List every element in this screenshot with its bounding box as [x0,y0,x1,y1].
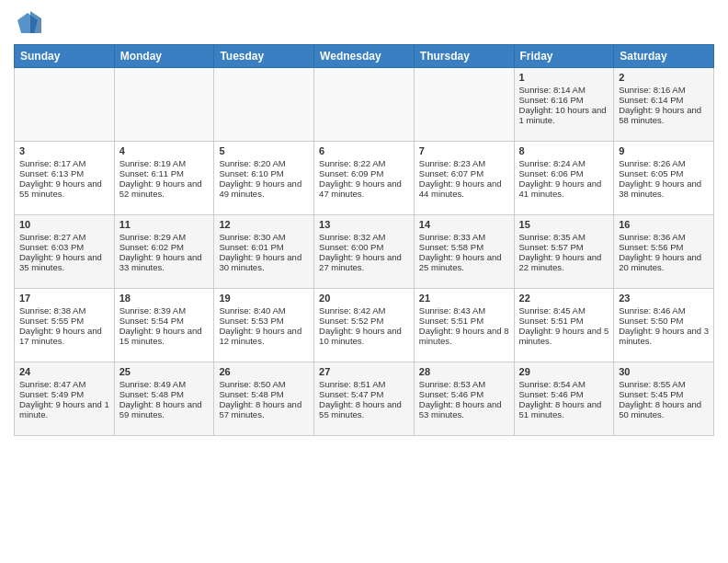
calendar-week-0: 1Sunrise: 8:14 AMSunset: 6:16 PMDaylight… [15,68,714,142]
day-info: Sunrise: 8:36 AM [619,232,709,242]
calendar-cell: 9Sunrise: 8:26 AMSunset: 6:05 PMDaylight… [614,142,714,215]
day-number: 20 [319,293,409,304]
day-info: Sunrise: 8:51 AM [319,379,409,389]
calendar-cell: 2Sunrise: 8:16 AMSunset: 6:14 PMDaylight… [614,68,714,142]
day-info: Sunset: 6:00 PM [319,242,409,252]
day-number: 24 [19,366,109,377]
day-number: 17 [19,293,109,304]
calendar-cell: 12Sunrise: 8:30 AMSunset: 6:01 PMDayligh… [214,215,314,289]
day-info: Sunset: 5:56 PM [619,242,709,252]
col-header-thursday: Thursday [414,45,514,68]
calendar-table: SundayMondayTuesdayWednesdayThursdayFrid… [14,44,714,436]
day-number: 30 [619,366,709,377]
day-info: Sunrise: 8:27 AM [19,232,109,242]
calendar-cell: 20Sunrise: 8:42 AMSunset: 5:52 PMDayligh… [314,289,415,362]
day-info: Daylight: 8 hours and 53 minutes. [419,399,509,419]
day-info: Sunrise: 8:26 AM [619,158,709,168]
day-info: Sunrise: 8:45 AM [519,305,609,316]
day-info: Sunrise: 8:17 AM [19,158,109,168]
day-info: Sunset: 5:48 PM [119,389,210,399]
day-number: 5 [219,145,309,156]
calendar-cell: 5Sunrise: 8:20 AMSunset: 6:10 PMDaylight… [214,142,314,215]
day-number: 19 [219,293,309,304]
calendar-cell: 15Sunrise: 8:35 AMSunset: 5:57 PMDayligh… [514,215,614,289]
day-info: Daylight: 8 hours and 55 minutes. [319,399,409,419]
day-info: Daylight: 8 hours and 51 minutes. [519,399,609,419]
day-info: Daylight: 8 hours and 50 minutes. [619,399,709,419]
day-info: Sunrise: 8:49 AM [119,379,210,389]
day-info: Daylight: 9 hours and 49 minutes. [219,178,309,199]
calendar-cell [114,68,214,142]
day-info: Sunrise: 8:53 AM [419,379,509,389]
day-number: 4 [119,145,210,156]
calendar-cell: 21Sunrise: 8:43 AMSunset: 5:51 PMDayligh… [414,289,514,362]
day-info: Sunset: 5:51 PM [519,316,609,326]
day-info: Sunset: 6:02 PM [119,242,210,252]
day-info: Daylight: 9 hours and 22 minutes. [519,252,609,272]
calendar-week-4: 24Sunrise: 8:47 AMSunset: 5:49 PMDayligh… [15,362,714,436]
day-info: Daylight: 9 hours and 27 minutes. [319,252,409,272]
day-info: Sunrise: 8:32 AM [319,232,409,242]
day-number: 9 [619,145,709,156]
calendar-cell: 28Sunrise: 8:53 AMSunset: 5:46 PMDayligh… [414,362,514,436]
calendar-week-1: 3Sunrise: 8:17 AMSunset: 6:13 PMDaylight… [15,142,714,215]
day-number: 3 [19,145,109,156]
day-info: Daylight: 9 hours and 30 minutes. [219,252,309,272]
calendar-cell: 22Sunrise: 8:45 AMSunset: 5:51 PMDayligh… [514,289,614,362]
day-info: Daylight: 9 hours and 17 minutes. [19,326,109,346]
day-info: Daylight: 9 hours and 58 minutes. [619,105,709,125]
day-info: Sunset: 6:03 PM [19,242,109,252]
day-info: Sunrise: 8:16 AM [619,85,709,95]
calendar-cell: 25Sunrise: 8:49 AMSunset: 5:48 PMDayligh… [114,362,214,436]
calendar-cell: 4Sunrise: 8:19 AMSunset: 6:11 PMDaylight… [114,142,214,215]
day-info: Sunset: 6:10 PM [219,168,309,178]
page: SundayMondayTuesdayWednesdayThursdayFrid… [0,0,728,563]
day-number: 12 [219,219,309,230]
day-info: Sunrise: 8:19 AM [119,158,210,168]
day-info: Sunrise: 8:39 AM [119,305,210,316]
day-number: 22 [519,293,609,304]
day-info: Sunset: 6:16 PM [519,95,609,105]
calendar-cell: 19Sunrise: 8:40 AMSunset: 5:53 PMDayligh… [214,289,314,362]
day-info: Sunset: 5:53 PM [219,316,309,326]
day-info: Sunrise: 8:24 AM [519,158,609,168]
day-info: Sunrise: 8:55 AM [619,379,709,389]
col-header-sunday: Sunday [15,45,115,68]
day-info: Daylight: 9 hours and 5 minutes. [519,326,609,346]
calendar-cell: 11Sunrise: 8:29 AMSunset: 6:02 PMDayligh… [114,215,214,289]
day-info: Daylight: 8 hours and 59 minutes. [119,399,210,419]
day-info: Daylight: 9 hours and 33 minutes. [119,252,210,272]
day-info: Daylight: 10 hours and 1 minute. [519,105,609,125]
logo [14,9,45,37]
day-info: Sunset: 5:52 PM [319,316,409,326]
day-info: Daylight: 9 hours and 25 minutes. [419,252,509,272]
day-number: 11 [119,219,210,230]
col-header-saturday: Saturday [614,45,714,68]
day-info: Sunset: 5:51 PM [419,316,509,326]
calendar-cell: 29Sunrise: 8:54 AMSunset: 5:46 PMDayligh… [514,362,614,436]
day-info: Daylight: 9 hours and 55 minutes. [19,178,109,199]
day-info: Daylight: 9 hours and 47 minutes. [319,178,409,199]
day-info: Sunset: 5:46 PM [519,389,609,399]
day-info: Daylight: 9 hours and 1 minute. [19,399,109,419]
day-info: Sunrise: 8:29 AM [119,232,210,242]
day-info: Sunrise: 8:23 AM [419,158,509,168]
day-info: Sunset: 5:45 PM [619,389,709,399]
header [14,9,714,37]
day-number: 28 [419,366,509,377]
day-info: Sunset: 5:47 PM [319,389,409,399]
day-info: Daylight: 9 hours and 52 minutes. [119,178,210,199]
day-info: Daylight: 9 hours and 10 minutes. [319,326,409,346]
calendar-cell: 27Sunrise: 8:51 AMSunset: 5:47 PMDayligh… [314,362,415,436]
day-info: Sunset: 5:54 PM [119,316,210,326]
calendar-cell: 7Sunrise: 8:23 AMSunset: 6:07 PMDaylight… [414,142,514,215]
day-info: Daylight: 9 hours and 20 minutes. [619,252,709,272]
day-info: Sunset: 6:11 PM [119,168,210,178]
calendar-cell [414,68,514,142]
calendar-cell: 18Sunrise: 8:39 AMSunset: 5:54 PMDayligh… [114,289,214,362]
day-number: 18 [119,293,210,304]
day-info: Sunrise: 8:46 AM [619,305,709,316]
day-info: Sunset: 6:14 PM [619,95,709,105]
svg-marker-1 [30,11,41,33]
day-number: 1 [519,72,609,83]
